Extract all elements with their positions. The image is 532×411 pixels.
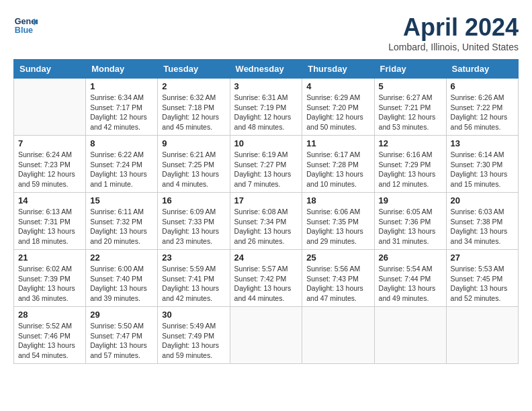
day-number: 29 (90, 310, 153, 320)
day-number: 24 (234, 253, 298, 263)
sunset: Sunset: 7:17 PM (90, 103, 142, 111)
sunset: Sunset: 7:25 PM (162, 161, 214, 169)
daylight-line1: Daylight: 13 hours (162, 170, 219, 178)
day-info: Sunrise: 5:54 AMSunset: 7:44 PMDaylight:… (379, 264, 442, 304)
day-info: Sunrise: 5:59 AMSunset: 7:41 PMDaylight:… (162, 264, 225, 304)
daylight-line1: Daylight: 13 hours (90, 170, 147, 178)
sunrise: Sunrise: 6:34 AM (90, 93, 144, 101)
day-info: Sunrise: 6:11 AMSunset: 7:32 PMDaylight:… (90, 207, 153, 246)
day-cell-24: 24Sunrise: 5:57 AMSunset: 7:42 PMDayligh… (230, 250, 302, 307)
day-cell-5: 5Sunrise: 6:27 AMSunset: 7:21 PMDaylight… (374, 79, 446, 136)
day-number: 1 (90, 81, 153, 91)
empty-cell (374, 307, 446, 364)
day-info: Sunrise: 5:57 AMSunset: 7:42 PMDaylight:… (234, 264, 298, 304)
day-number: 26 (379, 253, 442, 263)
sunset: Sunset: 7:46 PM (18, 332, 71, 340)
column-header-saturday: Saturday (446, 60, 518, 79)
sunrise: Sunrise: 6:08 AM (234, 208, 288, 216)
sunrise: Sunrise: 6:19 AM (234, 150, 288, 158)
month-title: April 2024 (388, 13, 519, 42)
sunset: Sunset: 7:31 PM (18, 218, 71, 226)
daylight-line1: Daylight: 12 hours (234, 113, 292, 121)
daylight-line2: and 20 minutes. (90, 237, 140, 245)
week-row-5: 28Sunrise: 5:52 AMSunset: 7:46 PMDayligh… (14, 307, 519, 364)
sunrise: Sunrise: 6:31 AM (234, 93, 288, 101)
daylight-line1: Daylight: 13 hours (18, 284, 75, 292)
day-number: 22 (90, 253, 153, 263)
day-cell-7: 7Sunrise: 6:24 AMSunset: 7:23 PMDaylight… (14, 136, 86, 193)
daylight-line1: Daylight: 13 hours (451, 284, 508, 292)
day-number: 18 (306, 195, 369, 205)
day-info: Sunrise: 5:49 AMSunset: 7:49 PMDaylight:… (162, 321, 225, 361)
empty-cell (446, 307, 518, 364)
day-number: 4 (306, 81, 369, 91)
sunrise: Sunrise: 6:00 AM (90, 265, 144, 273)
day-number: 2 (162, 81, 225, 91)
day-number: 7 (18, 138, 81, 148)
week-row-2: 7Sunrise: 6:24 AMSunset: 7:23 PMDaylight… (14, 136, 519, 193)
daylight-line2: and 36 minutes. (18, 294, 69, 302)
sunset: Sunset: 7:20 PM (306, 103, 359, 111)
daylight-line1: Daylight: 13 hours (234, 227, 292, 235)
daylight-line2: and 54 minutes. (18, 351, 69, 359)
sunset: Sunset: 7:40 PM (90, 275, 142, 283)
daylight-line1: Daylight: 13 hours (451, 170, 508, 178)
sunset: Sunset: 7:33 PM (162, 218, 214, 226)
sunrise: Sunrise: 5:56 AM (306, 265, 360, 273)
sunrise: Sunrise: 6:06 AM (306, 208, 360, 216)
day-info: Sunrise: 5:50 AMSunset: 7:47 PMDaylight:… (90, 321, 153, 361)
day-cell-27: 27Sunrise: 5:53 AMSunset: 7:45 PMDayligh… (446, 250, 518, 307)
empty-cell (14, 79, 86, 136)
sunset: Sunset: 7:22 PM (451, 103, 503, 111)
sunset: Sunset: 7:23 PM (18, 161, 71, 169)
calendar-header-row: SundayMondayTuesdayWednesdayThursdayFrid… (14, 60, 519, 79)
day-cell-21: 21Sunrise: 6:02 AMSunset: 7:39 PMDayligh… (14, 250, 86, 307)
day-cell-8: 8Sunrise: 6:22 AMSunset: 7:24 PMDaylight… (86, 136, 158, 193)
sunset: Sunset: 7:35 PM (306, 218, 359, 226)
daylight-line2: and 29 minutes. (306, 237, 357, 245)
day-cell-29: 29Sunrise: 5:50 AMSunset: 7:47 PMDayligh… (86, 307, 158, 364)
day-info: Sunrise: 6:03 AMSunset: 7:38 PMDaylight:… (451, 207, 514, 246)
day-number: 3 (234, 81, 298, 91)
sunset: Sunset: 7:18 PM (162, 103, 214, 111)
daylight-line1: Daylight: 12 hours (162, 113, 219, 121)
sunrise: Sunrise: 5:57 AM (234, 265, 288, 273)
day-number: 21 (18, 253, 81, 263)
day-number: 27 (451, 253, 514, 263)
daylight-line2: and 49 minutes. (379, 294, 429, 302)
day-info: Sunrise: 6:09 AMSunset: 7:33 PMDaylight:… (162, 207, 225, 246)
sunset: Sunset: 7:36 PM (379, 218, 431, 226)
day-cell-15: 15Sunrise: 6:11 AMSunset: 7:32 PMDayligh… (86, 193, 158, 250)
daylight-line2: and 44 minutes. (234, 294, 285, 302)
column-header-tuesday: Tuesday (158, 60, 230, 79)
daylight-line2: and 39 minutes. (90, 294, 140, 302)
sunset: Sunset: 7:45 PM (451, 275, 503, 283)
sunrise: Sunrise: 5:59 AM (162, 265, 216, 273)
day-number: 13 (451, 138, 514, 148)
sunset: Sunset: 7:30 PM (451, 161, 503, 169)
sunrise: Sunrise: 6:26 AM (451, 93, 504, 101)
daylight-line1: Daylight: 13 hours (90, 341, 147, 349)
day-number: 25 (306, 253, 369, 263)
sunrise: Sunrise: 6:11 AM (90, 208, 144, 216)
day-number: 23 (162, 253, 225, 263)
day-number: 8 (90, 138, 153, 148)
sunrise: Sunrise: 6:02 AM (18, 265, 72, 273)
sunset: Sunset: 7:34 PM (234, 218, 287, 226)
daylight-line1: Daylight: 12 hours (90, 113, 147, 121)
day-number: 28 (18, 310, 81, 320)
day-number: 15 (90, 195, 153, 205)
daylight-line2: and 57 minutes. (90, 351, 140, 359)
daylight-line1: Daylight: 13 hours (90, 284, 147, 292)
sunset: Sunset: 7:38 PM (451, 218, 503, 226)
sunset: Sunset: 7:21 PM (379, 103, 431, 111)
sunrise: Sunrise: 5:53 AM (451, 265, 504, 273)
day-info: Sunrise: 6:34 AMSunset: 7:17 PMDaylight:… (90, 93, 153, 132)
sunrise: Sunrise: 6:29 AM (306, 93, 360, 101)
daylight-line2: and 47 minutes. (306, 294, 357, 302)
daylight-line2: and 4 minutes. (162, 180, 208, 188)
day-number: 9 (162, 138, 225, 148)
week-row-4: 21Sunrise: 6:02 AMSunset: 7:39 PMDayligh… (14, 250, 519, 307)
day-info: Sunrise: 6:24 AMSunset: 7:23 PMDaylight:… (18, 150, 81, 189)
sunrise: Sunrise: 6:09 AM (162, 208, 216, 216)
